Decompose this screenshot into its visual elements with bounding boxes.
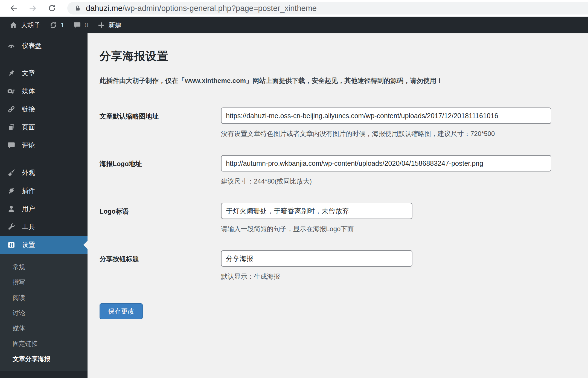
sidebar-item-label: 用户 xyxy=(22,204,35,213)
new-label: 新建 xyxy=(109,21,122,30)
field-control: 没有设置文章特色图片或者文章内没有图片的时候，海报使用默认缩略图，建议尺寸：72… xyxy=(221,107,551,138)
admin-bar-updates[interactable]: 1 xyxy=(45,17,69,33)
reload-button[interactable] xyxy=(46,3,57,14)
url-bar[interactable]: dahuzi.me/wp-admin/options-general.php?p… xyxy=(67,2,588,14)
submenu-item-writing[interactable]: 撰写 xyxy=(0,275,88,290)
default-thumbnail-url-input[interactable] xyxy=(221,107,551,124)
back-button[interactable] xyxy=(8,3,19,14)
menu-separator xyxy=(0,154,88,164)
poster-logo-url-input[interactable] xyxy=(221,155,551,171)
pushpin-icon xyxy=(7,69,16,77)
reload-icon xyxy=(48,4,56,13)
back-icon xyxy=(9,4,18,13)
field-row-share-button-title: 分享按钮标题 默认显示：生成海报 xyxy=(100,250,577,281)
forward-icon xyxy=(28,4,37,13)
lock-icon xyxy=(74,5,81,12)
admin-layout: 仪表盘 文章 媒体 xyxy=(0,33,588,378)
sidebar-item-links[interactable]: 链接 xyxy=(0,100,88,118)
field-row-poster-logo: 海报Logo地址 建议尺寸：244*80(或同比放大) xyxy=(100,155,577,186)
field-help: 默认显示：生成海报 xyxy=(221,272,412,281)
sidebar-item-label: 链接 xyxy=(22,105,35,114)
admin-bar-new[interactable]: 新建 xyxy=(93,17,126,33)
sidebar-item-comments[interactable]: 评论 xyxy=(0,136,88,154)
comment-bubble-icon xyxy=(7,141,16,150)
main-content: 分享海报设置 此插件由大胡子制作，仅在「www.xintheme.com」网站上… xyxy=(88,33,588,378)
field-control: 默认显示：生成海报 xyxy=(221,250,412,281)
submenu-item-permalinks[interactable]: 固定链接 xyxy=(0,336,88,351)
browser-toolbar: dahuzi.me/wp-admin/options-general.php?p… xyxy=(0,0,588,17)
updates-icon xyxy=(49,21,57,29)
page-title: 分享海报设置 xyxy=(100,49,577,64)
sidebar-item-label: 媒体 xyxy=(22,87,35,95)
field-row-default-thumbnail: 文章默认缩略图地址 没有设置文章特色图片或者文章内没有图片的时候，海报使用默认缩… xyxy=(100,107,577,138)
brush-icon xyxy=(7,168,16,177)
admin-bar-site[interactable]: 大胡子 xyxy=(5,17,45,33)
sidebar-item-label: 页面 xyxy=(22,123,35,132)
admin-bar-comments[interactable]: 0 xyxy=(69,17,92,33)
home-icon xyxy=(9,21,18,29)
active-menu-notch xyxy=(83,241,88,249)
field-control: 建议尺寸：244*80(或同比放大) xyxy=(221,155,551,186)
sidebar-item-plugins[interactable]: 插件 xyxy=(0,182,88,200)
media-camera-icon xyxy=(7,87,16,95)
link-chain-icon xyxy=(7,105,16,114)
field-help: 请输入一段简短的句子，显示在海报Logo下面 xyxy=(221,225,412,233)
url-text: dahuzi.me/wp-admin/options-general.php?p… xyxy=(86,4,317,13)
comment-count: 0 xyxy=(85,21,88,29)
sidebar-item-label: 外观 xyxy=(22,168,35,177)
plugin-notice: 此插件由大胡子制作，仅在「www.xintheme.com」网站上面提供下载，安… xyxy=(100,76,577,85)
share-button-title-input[interactable] xyxy=(221,250,412,267)
update-count: 1 xyxy=(61,21,64,29)
sidebar-item-pages[interactable]: 页面 xyxy=(0,118,88,136)
field-control: 请输入一段简短的句子，显示在海报Logo下面 xyxy=(221,203,412,233)
logo-slogan-input[interactable] xyxy=(221,203,412,219)
url-host: dahuzi.me xyxy=(86,4,123,13)
user-icon xyxy=(7,205,16,213)
sliders-icon xyxy=(7,241,16,249)
pages-icon xyxy=(7,123,16,132)
field-label: 海报Logo地址 xyxy=(100,155,221,186)
plus-icon xyxy=(97,21,105,29)
forward-button[interactable] xyxy=(27,3,38,14)
field-help: 没有设置文章特色图片或者文章内没有图片的时候，海报使用默认缩略图，建议尺寸：72… xyxy=(221,129,551,138)
settings-form: 文章默认缩略图地址 没有设置文章特色图片或者文章内没有图片的时候，海报使用默认缩… xyxy=(100,107,577,319)
sidebar-item-label: 插件 xyxy=(22,186,35,195)
sidebar-item-settings[interactable]: 设置 xyxy=(0,236,88,254)
field-label: 文章默认缩略图地址 xyxy=(100,107,221,138)
menu-separator xyxy=(0,55,88,64)
sidebar-item-label: 文章 xyxy=(22,69,35,77)
submenu-item-media[interactable]: 媒体 xyxy=(0,321,88,336)
sidebar-item-label: 工具 xyxy=(22,222,35,231)
sidebar-item-label: 仪表盘 xyxy=(22,41,42,50)
field-label: 分享按钮标题 xyxy=(100,250,221,281)
sidebar-item-users[interactable]: 用户 xyxy=(0,200,88,218)
sidebar-item-dashboard[interactable]: 仪表盘 xyxy=(0,37,88,55)
submenu-item-discussion[interactable]: 讨论 xyxy=(0,305,88,321)
field-help: 建议尺寸：244*80(或同比放大) xyxy=(221,177,551,186)
sidebar-item-label: 评论 xyxy=(22,141,35,150)
dashboard-gauge-icon xyxy=(7,42,16,50)
field-label: Logo标语 xyxy=(100,203,221,233)
admin-sidebar: 仪表盘 文章 媒体 xyxy=(0,33,88,378)
submenu-item-share-poster[interactable]: 文章分享海报 xyxy=(0,351,88,367)
save-changes-button[interactable]: 保存更改 xyxy=(100,303,143,319)
sidebar-item-posts[interactable]: 文章 xyxy=(0,64,88,82)
sidebar-item-media[interactable]: 媒体 xyxy=(0,82,88,100)
wp-admin-bar: 大胡子 1 0 新建 xyxy=(0,17,588,33)
sidebar-item-appearance[interactable]: 外观 xyxy=(0,164,88,182)
submenu-item-reading[interactable]: 阅读 xyxy=(0,290,88,305)
plug-icon xyxy=(7,187,16,195)
wrench-icon xyxy=(7,223,16,231)
url-path: /wp-admin/options-general.php?page=poste… xyxy=(123,4,317,13)
comments-icon xyxy=(73,21,81,29)
sidebar-item-label: 设置 xyxy=(22,240,35,249)
settings-submenu: 常规 撰写 阅读 讨论 媒体 固定链接 文章分享海报 xyxy=(0,254,88,371)
site-name: 大胡子 xyxy=(21,21,40,30)
submenu-item-general[interactable]: 常规 xyxy=(0,259,88,275)
sidebar-item-tools[interactable]: 工具 xyxy=(0,218,88,236)
field-row-logo-slogan: Logo标语 请输入一段简短的句子，显示在海报Logo下面 xyxy=(100,203,577,233)
